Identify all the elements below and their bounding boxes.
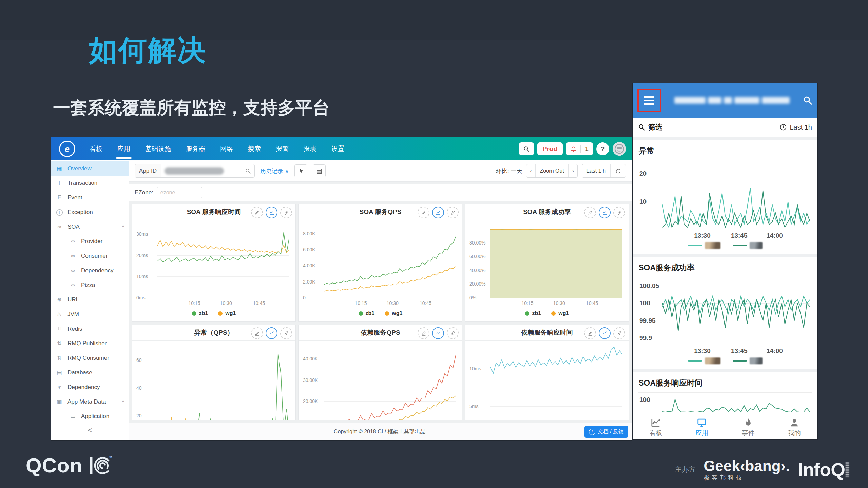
time-range-button[interactable]: Last 1 h [582,164,610,177]
sidebar-item-database[interactable]: ▤Database [51,365,129,380]
sidebar-item-rmq-consumer[interactable]: ⇅RMQ Consumer [51,351,129,365]
edit-chart-button[interactable] [251,327,263,339]
sidebar: ▦OverviewTTransactionEEvent!Exception∞SO… [51,160,129,440]
app-id-input[interactable] [161,164,254,177]
chart-legend: zb1wg1 [299,307,462,321]
pointer-tool-button[interactable] [294,164,307,177]
edit-chart-button[interactable] [584,327,596,339]
x-axis-tick: 13:30 [694,232,711,239]
chain-icon: ∞ [56,224,63,230]
chart-type-button[interactable] [266,207,277,218]
edit-chart-button[interactable] [584,207,596,218]
sidebar-item-provider[interactable]: ∞Provider [51,234,129,249]
sidebar-item-soa[interactable]: ∞SOA^ [51,219,129,234]
sidebar-item-redis[interactable]: ≋Redis [51,321,129,336]
chart-plot: 02.00K4.00K6.00K8.00K10:1510:3010:45 [302,223,459,298]
chart-title: 异常（QPS） [194,328,233,337]
mobile-search-button[interactable] [803,95,813,105]
alerts-button[interactable]: 1 [566,142,593,155]
sidebar-item-dependency[interactable]: ∞Dependency [51,263,129,278]
chart-plot: 100 [638,393,812,414]
chart-title: SOA 服务成功率 [523,208,571,216]
legend-dot [525,311,529,316]
mobile-nav-user[interactable]: 我的 [771,415,817,439]
sidebar-item-transaction[interactable]: TTransaction [51,176,129,190]
chart-link-button[interactable] [447,207,459,218]
chart-link-button[interactable] [280,207,292,218]
refresh-button[interactable] [610,164,626,177]
avatar[interactable] [613,142,626,156]
sidebar-item-consumer[interactable]: ∞Consumer [51,249,129,263]
zoom-right-button[interactable]: › [568,164,577,177]
desktop-dashboard: e 看板应用基础设施服务器网络搜索报警报表设置 Prod 1 ? ▦Overvi… [51,137,632,440]
sidebar-item-label: Consumer [81,253,108,259]
top-nav-item-4[interactable]: 网络 [219,137,234,160]
chart-type-button[interactable] [432,207,444,218]
mobile-nav-flame[interactable]: 事件 [725,415,771,439]
feedback-button[interactable]: i 文档 / 反馈 [584,426,628,438]
ezone-input[interactable] [157,187,202,198]
top-nav-item-7[interactable]: 报表 [303,137,317,160]
section-title: 异常 [638,142,812,160]
edit-chart-button[interactable] [418,327,429,339]
top-nav-item-6[interactable]: 报警 [275,137,289,160]
top-nav-item-2[interactable]: 基础设施 [144,137,172,160]
mobile-nav-monitor[interactable]: 应用 [679,415,725,439]
sidebar-item-dependency[interactable]: ∗Dependency [51,380,129,394]
chevron-up-icon[interactable]: ^ [122,399,124,404]
list-tool-button[interactable] [313,164,326,177]
sidebar-collapse-button[interactable]: < [51,424,129,437]
sidebar-item-jvm[interactable]: ♨JVM [51,307,129,321]
zoom-left-button[interactable]: ‹ [526,164,535,177]
help-button[interactable]: ? [596,142,609,155]
sidebar-item-application[interactable]: ▭Application [51,409,129,424]
chevron-up-icon[interactable]: ^ [122,224,124,229]
chart-link-button[interactable] [613,327,625,339]
mobile-nav-trend-chart[interactable]: 看板 [633,415,679,439]
top-nav-item-3[interactable]: 服务器 [185,137,206,160]
y-axis-tick: 0% [469,295,488,300]
y-axis-tick: 20.00K [303,398,321,404]
section-title: SOA服务响应时间 [638,374,812,393]
edit-chart-button[interactable] [251,207,263,218]
top-nav-item-1[interactable]: 应用 [117,137,131,160]
sidebar-item-exception[interactable]: !Exception [51,205,129,219]
chart-type-button[interactable] [599,207,611,218]
sidebar-item-event[interactable]: EEvent [51,190,129,205]
top-nav-item-5[interactable]: 搜索 [247,137,262,160]
sidebar-item-rmq-publisher[interactable]: ⇅RMQ Publisher [51,336,129,351]
chart-type-button[interactable] [599,327,611,339]
y-axis-tick: 99.95 [639,317,658,325]
sidebar-item-overview[interactable]: ▦Overview [51,161,129,176]
history-link[interactable]: 历史记录 ∨ [260,167,289,175]
search-button[interactable] [519,142,534,155]
time-range-button[interactable]: Last 1h [779,123,812,131]
filter-button[interactable]: 筛选 [638,122,662,132]
redacted-legend-label [705,357,720,364]
chart-link-button[interactable] [280,327,292,339]
edit-chart-button[interactable] [418,207,429,218]
top-nav-item-0[interactable]: 看板 [89,137,103,160]
hamburger-menu-button[interactable] [637,89,661,112]
env-prod-button[interactable]: Prod [537,142,563,155]
app-id-box: App ID [135,164,255,178]
x-axis-tick: 13:30 [694,347,711,355]
chart-type-button[interactable] [266,327,277,339]
sidebar-item-pizza[interactable]: ∞Pizza [51,278,129,292]
chart-card-soa-qps: SOA 服务QPS02.00K4.00K6.00K8.00K10:1510:30… [298,204,462,322]
top-nav-item-8[interactable]: 设置 [331,137,345,160]
redacted-app-id [165,167,224,175]
zoom-out-button[interactable]: Zoom Out [535,164,568,177]
chart-plot: 102013:3013:4514:00 [638,160,812,231]
chart-link-button[interactable] [613,207,625,218]
sidebar-item-url[interactable]: ⊕URL [51,292,129,307]
sidebar-item-label: App Meta Data [67,398,106,405]
legend-dot [551,311,556,316]
sidebar-item-app-meta-data[interactable]: ▣App Meta Data^ [51,394,129,409]
chart-card-dependency-response-time: 依赖服务响应时间5ms10ms [465,325,629,420]
host-logos: 主办方 Geek‹bang›. 极客邦科技 InfoQ [675,458,849,481]
chart-link-button[interactable] [447,327,459,339]
x-axis-tick: 10:30 [387,300,399,306]
chart-type-button[interactable] [432,327,444,339]
sidebar-item-label: Pizza [81,282,95,289]
